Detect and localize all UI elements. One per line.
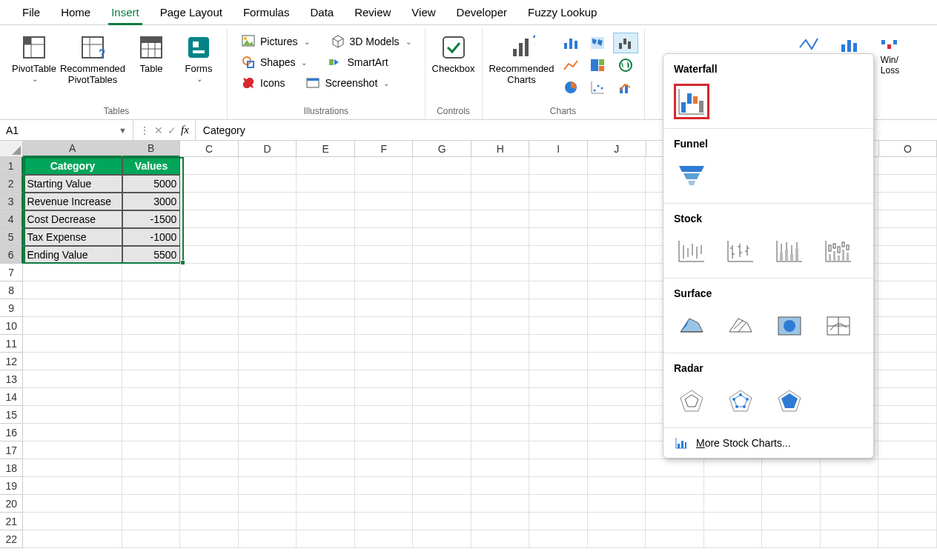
cell[interactable]: [239, 424, 297, 441]
cell[interactable]: [529, 175, 588, 193]
cell[interactable]: [239, 299, 297, 317]
cell[interactable]: [413, 477, 471, 495]
row-header[interactable]: 15: [0, 406, 23, 424]
cell[interactable]: [355, 388, 414, 406]
cell[interactable]: [413, 370, 471, 388]
cell[interactable]: [704, 495, 763, 513]
column-chart-button[interactable]: [558, 33, 583, 53]
cell[interactable]: [471, 530, 530, 548]
cell[interactable]: [180, 530, 239, 548]
cell[interactable]: [355, 495, 414, 513]
cell[interactable]: [704, 530, 763, 548]
cell[interactable]: [355, 477, 414, 495]
3dmodels-button[interactable]: 3D Models⌄: [328, 33, 414, 50]
cell[interactable]: [297, 441, 355, 459]
cell[interactable]: [122, 353, 181, 370]
cell[interactable]: [413, 264, 471, 281]
cell[interactable]: [878, 459, 937, 477]
cell[interactable]: [588, 424, 646, 441]
cell[interactable]: [529, 370, 588, 388]
cell[interactable]: [821, 477, 879, 495]
cell[interactable]: [122, 513, 181, 530]
cell[interactable]: [23, 477, 122, 495]
screenshot-button[interactable]: Screenshot⌄: [302, 74, 392, 92]
row-header[interactable]: 18: [0, 459, 23, 477]
cell[interactable]: [413, 513, 471, 530]
cell[interactable]: [239, 264, 297, 281]
cell[interactable]: [355, 441, 414, 459]
name-box[interactable]: ▼: [0, 120, 133, 140]
cell[interactable]: [878, 246, 937, 264]
cell[interactable]: [355, 317, 414, 335]
cell[interactable]: [180, 210, 239, 228]
cell[interactable]: [297, 495, 355, 513]
cell[interactable]: [646, 513, 704, 530]
cell[interactable]: [355, 228, 414, 246]
cell[interactable]: [355, 264, 414, 281]
cell[interactable]: [180, 228, 239, 246]
cell[interactable]: [180, 335, 239, 353]
cell[interactable]: [878, 441, 937, 459]
cell[interactable]: [471, 281, 530, 299]
cell[interactable]: [23, 424, 122, 441]
cell[interactable]: [297, 193, 355, 210]
cell[interactable]: [529, 406, 588, 424]
cell[interactable]: [529, 477, 588, 495]
tab-home[interactable]: Home: [50, 1, 101, 24]
stock-ohlc-icon[interactable]: [723, 233, 758, 269]
cell[interactable]: [471, 477, 530, 495]
cell[interactable]: [878, 406, 937, 424]
cell[interactable]: [122, 335, 181, 353]
cell[interactable]: [529, 353, 588, 370]
cell[interactable]: [23, 406, 122, 424]
col-header[interactable]: E: [297, 141, 355, 157]
cell[interactable]: [297, 228, 355, 246]
cell[interactable]: [239, 370, 297, 388]
cell[interactable]: [355, 157, 414, 175]
cell[interactable]: [23, 264, 122, 281]
cell[interactable]: [878, 513, 937, 530]
map-chart-button[interactable]: [585, 33, 610, 53]
cell[interactable]: [821, 495, 879, 513]
cell[interactable]: [355, 281, 414, 299]
col-header[interactable]: O: [879, 141, 937, 157]
cell[interactable]: [355, 299, 414, 317]
cell[interactable]: [413, 459, 471, 477]
cell[interactable]: [180, 246, 239, 264]
cell[interactable]: [355, 193, 414, 210]
cell[interactable]: [588, 459, 646, 477]
table-button[interactable]: Table: [129, 31, 173, 104]
cell[interactable]: [180, 477, 239, 495]
cell[interactable]: [588, 370, 646, 388]
cell[interactable]: [529, 441, 588, 459]
cell[interactable]: [297, 477, 355, 495]
row-header[interactable]: 6: [0, 246, 23, 264]
cell[interactable]: [646, 530, 704, 548]
row-header[interactable]: 7: [0, 264, 23, 281]
cell[interactable]: [122, 406, 181, 424]
waterfall-chart-button[interactable]: [613, 33, 638, 53]
cell[interactable]: [588, 495, 646, 513]
cell[interactable]: [23, 388, 122, 406]
cell[interactable]: [355, 246, 414, 264]
cell[interactable]: [297, 353, 355, 370]
cell[interactable]: [239, 317, 297, 335]
cell[interactable]: [23, 495, 122, 513]
row-header[interactable]: 12: [0, 353, 23, 370]
cell[interactable]: [588, 477, 646, 495]
cell[interactable]: [878, 299, 937, 317]
cell[interactable]: [821, 459, 879, 477]
cell[interactable]: [355, 424, 414, 441]
cell[interactable]: [122, 388, 181, 406]
cell[interactable]: [180, 157, 239, 175]
cell[interactable]: [588, 246, 646, 264]
cell[interactable]: [471, 210, 530, 228]
cell[interactable]: [588, 530, 646, 548]
more-stock-charts-button[interactable]: More Stock Charts...: [663, 428, 873, 458]
row-header[interactable]: 3: [0, 193, 23, 210]
cell[interactable]: [239, 388, 297, 406]
cell[interactable]: [588, 175, 646, 193]
cell[interactable]: [588, 157, 646, 175]
cell[interactable]: [413, 441, 471, 459]
cell[interactable]: Starting Value: [23, 175, 122, 193]
